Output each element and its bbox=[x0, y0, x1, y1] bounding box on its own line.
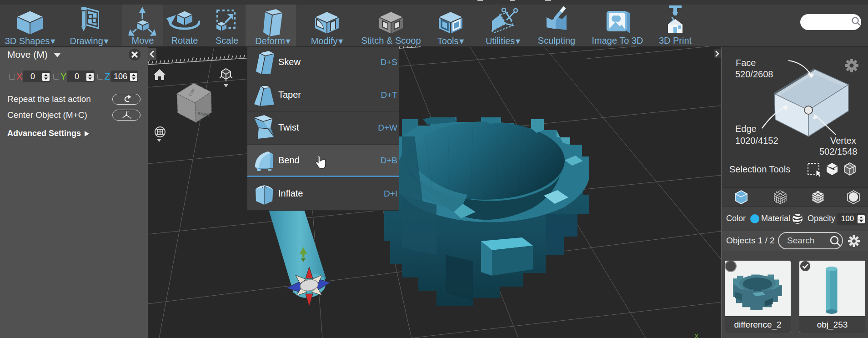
svg-text:z: z bbox=[127, 110, 129, 113]
svg-text:x: x bbox=[695, 332, 698, 338]
svg-text:y: y bbox=[130, 116, 131, 119]
svg-text:x: x bbox=[121, 116, 123, 119]
